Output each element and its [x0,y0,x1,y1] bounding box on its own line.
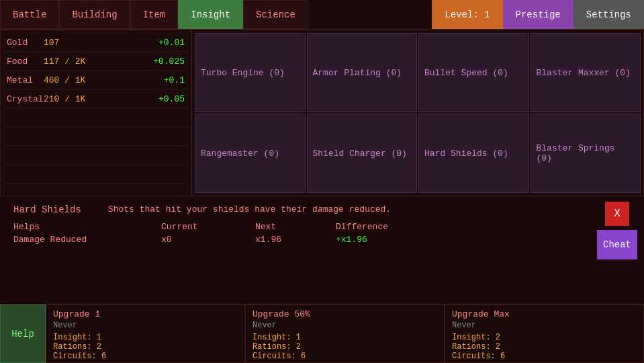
action-card-1-cost-2: Circuits: 6 [53,352,238,361]
action-card-1-title: Upgrade 1 [53,309,238,319]
tab-building[interactable]: Building [59,0,130,29]
stats-header-row: Helps Current Next Difference [13,222,631,232]
action-card-2-costs: Insight: 1 Rations: 2 Circuits: 6 [252,333,437,361]
resource-metal: Metal 460 / 1K +0.1 [3,71,188,89]
resource-gold-rate: +0.01 [158,38,185,48]
action-card-3-title: Upgrade Max [452,309,637,319]
prestige-button[interactable]: Prestige [503,0,573,29]
upgrade-hard-shields[interactable]: Hard Shields (0) [418,114,529,193]
action-card-2-title: Upgrade 50% [252,309,437,319]
upgrade-blaster-maxxer[interactable]: Blaster Maxxer (0) [531,33,641,112]
upper-content: Gold 107 +0.01 Food 117 / 2K +0.025 Meta… [0,30,644,196]
tab-science[interactable]: Science [243,0,308,29]
cheat-area: X Cheat [597,202,637,259]
header-current: Current [148,222,255,232]
action-card-1-sub: Never [53,321,238,330]
tab-insight[interactable]: Insight [178,0,243,29]
upgrade-armor-plating[interactable]: Armor Plating (0) [307,33,418,112]
resource-metal-value: 460 / 1K [44,75,164,85]
resources-panel: Gold 107 +0.01 Food 117 / 2K +0.025 Meta… [0,30,191,196]
detail-title: Hard Shields [13,204,81,215]
resource-metal-rate: +0.1 [164,75,185,85]
detail-area: Hard Shields Shots that hit your shields… [0,196,644,363]
stat-damage-reduced-next: x1.96 [255,235,336,245]
resource-empty-2 [3,127,188,146]
upgrade-blaster-springs[interactable]: Blaster Springs (0) [531,114,641,193]
help-button[interactable]: Help [0,305,46,363]
action-card-1-costs: Insight: 1 Rations: 2 Circuits: 6 [53,333,238,361]
resource-empty-4 [3,165,188,184]
upgrades-panel: Turbo Engine (0) Armor Plating (0) Bulle… [191,30,644,196]
stat-damage-reduced-current: x0 [148,235,255,245]
action-card-3-cost-2: Circuits: 6 [452,352,637,361]
action-card-upgrade1[interactable]: Upgrade 1 Never Insight: 1 Rations: 2 Ci… [46,305,245,363]
resource-gold-name: Gold [7,38,44,48]
detail-header-row: Hard Shields Shots that hit your shields… [13,204,631,215]
resource-gold-value: 107 [44,38,158,48]
tab-item[interactable]: Item [130,0,179,29]
action-card-3-costs: Insight: 2 Rations: 2 Circuits: 6 [452,333,637,361]
resource-food-value: 117 / 2K [44,56,153,67]
stat-damage-reduced-label: Damage Reduced [13,235,148,245]
page-wrapper: Battle Building Item Insight Science Lev… [0,0,644,363]
stat-damage-reduced-diff: +x1.96 [336,235,443,245]
header-helps: Helps [13,222,148,232]
resource-food-rate: +0.025 [153,56,185,67]
header-difference: Difference [336,222,443,232]
action-card-2-cost-0: Insight: 1 [252,333,437,342]
resource-food-name: Food [7,56,44,67]
detail-description: Shots that hit your shields have their d… [108,204,391,214]
x-button[interactable]: X [605,202,629,226]
cheat-button[interactable]: Cheat [597,230,637,259]
resource-metal-name: Metal [7,75,44,85]
resource-crystal-rate: +0.05 [158,94,185,104]
upgrade-turbo-engine[interactable]: Turbo Engine (0) [195,33,306,112]
upgrade-rangemaster[interactable]: Rangemaster (0) [195,114,306,193]
action-card-upgrade50[interactable]: Upgrade 50% Never Insight: 1 Rations: 2 … [245,305,445,363]
action-card-2-sub: Never [252,321,437,330]
action-card-1-cost-1: Rations: 2 [53,342,238,352]
action-card-1-cost-0: Insight: 1 [53,333,238,342]
resource-crystal-name: Crystal [7,94,44,104]
top-nav: Battle Building Item Insight Science Lev… [0,0,644,30]
resource-gold: Gold 107 +0.01 [3,33,188,52]
upgrade-shield-charger[interactable]: Shield Charger (0) [307,114,418,193]
action-card-2-cost-2: Circuits: 6 [252,352,437,361]
settings-button[interactable]: Settings [573,0,644,29]
action-card-3-cost-0: Insight: 2 [452,333,637,342]
resource-empty-3 [3,146,188,165]
action-card-3-sub: Never [452,321,637,330]
tab-battle[interactable]: Battle [0,0,59,29]
level-display: Level: 1 [432,0,502,29]
action-card-2-cost-1: Rations: 2 [252,342,437,352]
bottom-action-bar: Help Upgrade 1 Never Insight: 1 Rations:… [0,304,644,363]
upgrade-bullet-speed[interactable]: Bullet Speed (0) [418,33,529,112]
resource-empty-1 [3,108,188,127]
resource-crystal: Crystal 210 / 1K +0.05 [3,89,188,108]
resource-food: Food 117 / 2K +0.025 [3,52,188,71]
header-next: Next [255,222,336,232]
action-card-upgrademax[interactable]: Upgrade Max Never Insight: 2 Rations: 2 … [445,305,644,363]
resource-crystal-value: 210 / 1K [44,94,158,104]
stats-data-row: Damage Reduced x0 x1.96 +x1.96 [13,235,631,245]
nav-spacer [308,0,432,29]
action-card-3-cost-1: Rations: 2 [452,342,637,352]
